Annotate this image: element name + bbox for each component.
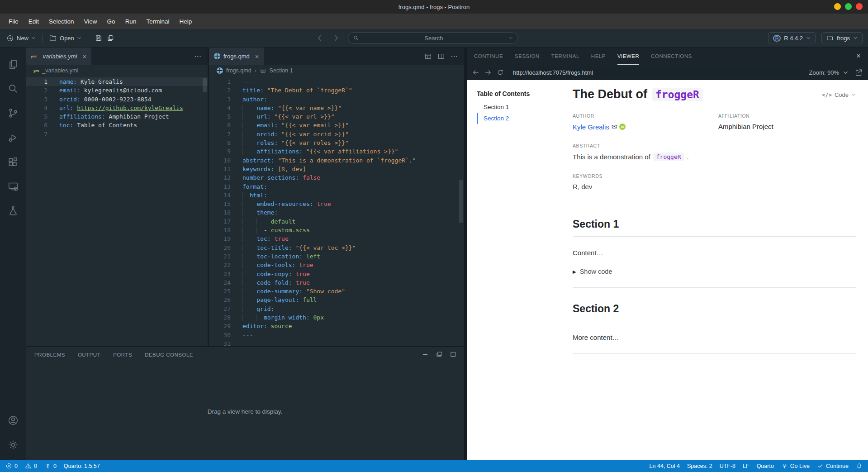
panel-tab-ports[interactable]: PORTS <box>113 352 132 358</box>
extensions-button[interactable] <box>2 150 24 174</box>
forward-button[interactable] <box>484 68 492 76</box>
line-number: 12 <box>209 173 231 182</box>
back-button[interactable] <box>472 68 480 76</box>
quarto-version[interactable]: Quarto: 1.5.57 <box>64 460 100 472</box>
close-panel-icon[interactable]: × <box>856 48 861 65</box>
minimize-panel-button[interactable] <box>422 351 429 359</box>
maximize-panel-button[interactable] <box>450 351 457 359</box>
code-tools-button[interactable]: </> Code <box>822 91 856 98</box>
history-back-button[interactable] <box>316 34 324 42</box>
source-control-button[interactable] <box>2 101 24 125</box>
ports-count[interactable]: 0 <box>44 460 57 472</box>
open-external-icon[interactable] <box>854 68 863 77</box>
panel-tab-debug-console[interactable]: DEBUG CONSOLE <box>145 352 193 358</box>
error-count[interactable]: 0 <box>5 460 18 472</box>
indentation[interactable]: Spaces: 2 <box>687 460 712 472</box>
orcid-icon[interactable]: iD <box>619 124 626 130</box>
panel-tab-help[interactable]: HELP <box>591 48 606 65</box>
breadcrumb-left[interactable]: yml _variables.yml <box>26 65 208 76</box>
menu-go[interactable]: Go <box>102 14 120 29</box>
split-editor-icon[interactable] <box>437 52 445 60</box>
command-center-search[interactable]: Search <box>348 32 518 44</box>
panel-tab-continue[interactable]: CONTINUE <box>474 48 503 65</box>
panel-tab-session[interactable]: SESSION <box>515 48 540 65</box>
save-button[interactable] <box>95 34 103 42</box>
toc-item-section-1[interactable]: Section 1 <box>477 101 565 113</box>
close-tab-icon[interactable]: × <box>255 52 259 60</box>
r-runtime-selector[interactable]: R R 4.4.2 <box>768 32 816 44</box>
line-number: 17 <box>209 217 231 226</box>
explorer-button[interactable] <box>2 52 24 76</box>
language-mode[interactable]: Quarto <box>757 460 774 472</box>
line-content: code-tools: true <box>231 261 313 269</box>
email-icon[interactable]: ✉ <box>612 123 617 131</box>
minimize-window-button[interactable] <box>834 3 841 10</box>
settings-button[interactable] <box>2 433 24 457</box>
more-actions-icon[interactable]: ⋯ <box>194 52 202 61</box>
account-button[interactable] <box>2 408 24 433</box>
secondary-panel-tabs: CONTINUESESSIONTERMINALHELPVIEWERCONNECT… <box>467 48 868 65</box>
history-forward-button[interactable] <box>332 34 340 42</box>
code-line: 19 toc: true <box>209 234 464 243</box>
panel-tab-connections[interactable]: CONNECTIONS <box>651 48 692 65</box>
line-number: 30 <box>209 331 231 339</box>
open-changes-icon[interactable] <box>424 52 432 60</box>
source-control-icon <box>7 107 19 119</box>
menu-terminal[interactable]: Terminal <box>141 14 174 29</box>
scrollbar[interactable] <box>203 78 207 92</box>
save-all-button[interactable] <box>106 34 114 42</box>
line-content <box>231 339 242 346</box>
more-actions-icon[interactable]: ⋯ <box>451 52 459 61</box>
menu-run[interactable]: Run <box>120 14 142 29</box>
close-tab-icon[interactable]: × <box>82 52 86 60</box>
project-selector[interactable]: frogs <box>821 32 863 44</box>
line-number: 20 <box>209 243 231 252</box>
author-link[interactable]: Kyle Grealis <box>573 123 609 131</box>
open-button[interactable]: Open <box>49 34 81 42</box>
tab-frogs-qmd[interactable]: frogs.qmd × <box>209 48 264 65</box>
cursor-position[interactable]: Ln 44, Col 4 <box>650 460 680 472</box>
line-content: code-summary: "Show code" <box>231 287 345 296</box>
zoom-label: Zoom: 90% <box>809 69 839 76</box>
eol[interactable]: LF <box>743 460 749 472</box>
url-input[interactable] <box>508 67 802 78</box>
menu-view[interactable]: View <box>79 14 102 29</box>
editor-pane-frogs: frogs.qmd × ⋯ frogs.qmd › Section 1 <box>209 48 464 346</box>
viewer-content: Table of Contents Section 1Section 2 The… <box>467 80 868 460</box>
menu-file[interactable]: File <box>4 14 24 29</box>
warning-count[interactable]: 0 <box>25 460 37 472</box>
testing-button[interactable] <box>2 199 24 223</box>
continue-status[interactable]: Continue <box>817 460 849 472</box>
line-content: orcid: 0000-0002-9223-8854 <box>47 95 152 104</box>
scrollbar[interactable] <box>459 180 463 223</box>
editor-frogs-qmd[interactable]: 1---2title: "The Debut of `froggeR`"3aut… <box>209 76 464 346</box>
menu-selection[interactable]: Selection <box>44 14 79 29</box>
panel-tab-viewer[interactable]: VIEWER <box>617 48 639 65</box>
notifications[interactable] <box>856 460 863 472</box>
status-label: 0 <box>14 463 18 469</box>
panel-tab-output[interactable]: OUTPUT <box>78 352 100 358</box>
restore-panel-button[interactable] <box>436 351 443 359</box>
remote-explorer-button[interactable] <box>2 174 24 199</box>
zoom-selector[interactable]: Zoom: 90% <box>809 69 849 76</box>
line-number: 3 <box>26 95 47 104</box>
close-window-button[interactable] <box>856 3 863 10</box>
run-debug-button[interactable] <box>2 125 24 150</box>
menu-help[interactable]: Help <box>174 14 197 29</box>
line-number: 4 <box>26 104 47 112</box>
breadcrumb-right[interactable]: frogs.qmd › Section 1 <box>209 65 464 76</box>
go-live[interactable]: Go Live <box>781 460 810 472</box>
encoding[interactable]: UTF-8 <box>720 460 735 472</box>
panel-tab-problems[interactable]: PROBLEMS <box>34 352 65 358</box>
show-code-toggle[interactable]: ▶Show code <box>573 268 856 275</box>
panel-tab-terminal[interactable]: TERMINAL <box>551 48 579 65</box>
toc-item-section-2[interactable]: Section 2 <box>477 113 565 124</box>
editor-variables-yml[interactable]: 1name: Kyle Grealis2email: kylegrealis@i… <box>26 76 208 346</box>
reload-button[interactable] <box>496 68 504 76</box>
maximize-window-button[interactable] <box>845 3 852 10</box>
search-button[interactable] <box>2 76 24 101</box>
bottom-panel: PROBLEMSOUTPUTPORTSDEBUG CONSOLE Drag a … <box>26 346 464 460</box>
menu-edit[interactable]: Edit <box>24 14 44 29</box>
tab-variables-yml[interactable]: yml _variables.yml × <box>26 48 91 65</box>
new-button[interactable]: New <box>6 34 36 42</box>
